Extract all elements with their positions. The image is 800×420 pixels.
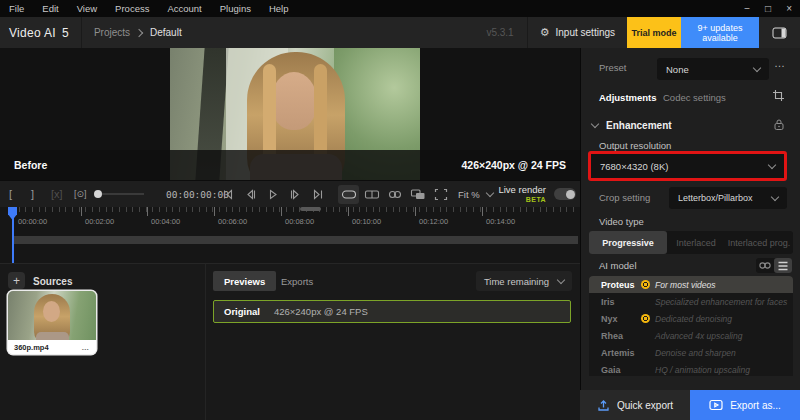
trial-mode-badge[interactable]: Trial mode — [627, 17, 681, 48]
next-frame-button[interactable] — [288, 188, 302, 201]
menu-help[interactable]: Help — [260, 3, 298, 14]
model-description: HQ / animation upscaling — [655, 365, 750, 375]
model-row-artemis[interactable]: Artemis Denoise and sharpen — [589, 344, 793, 361]
minimize-icon[interactable]: − — [744, 0, 750, 17]
preset-dropdown[interactable]: None — [657, 58, 769, 80]
video-type-interlaced-prog[interactable]: Interlaced prog. — [725, 231, 793, 254]
set-in-point-button[interactable]: [ — [9, 188, 12, 200]
menu-plugins[interactable]: Plugins — [211, 3, 260, 14]
playback-toolbar: [ ] [x] [⊙] 00:00:00:00 Fit % Li — [0, 180, 580, 207]
compare-view-button[interactable] — [407, 185, 428, 204]
ai-model-list: Proteus For most videos Iris Specialized… — [589, 276, 793, 376]
plus-icon: + — [13, 274, 20, 288]
video-type-interlaced[interactable]: Interlaced — [667, 231, 725, 254]
section-collapse-chevron-icon[interactable] — [591, 120, 599, 128]
menu-process[interactable]: Process — [106, 3, 158, 14]
model-row-nyx[interactable]: Nyx Dedicated denoising — [589, 310, 793, 327]
list-view-button[interactable] — [774, 258, 792, 273]
window-controls: − □ × — [744, 0, 792, 17]
skip-to-end-button[interactable] — [311, 188, 325, 201]
export-as-button[interactable]: Export as... — [690, 390, 800, 420]
time-remaining-dropdown[interactable]: Time remaining — [476, 271, 572, 291]
set-out-point-button[interactable]: ] — [31, 188, 34, 200]
skip-to-start-button[interactable] — [221, 188, 235, 201]
model-parameter-badge-icon — [641, 280, 650, 289]
app-version-label: v5.3.1 — [486, 27, 513, 38]
timeline-tick-label: 00:12:00 — [419, 217, 448, 226]
crop-setting-value: Letterbox/Pillarbox — [678, 193, 753, 203]
thumb-body — [36, 332, 69, 340]
video-subject-face — [271, 72, 317, 130]
sources-panel: + Sources 360p.mp4 … — [0, 263, 205, 420]
model-parameter-badge-icon — [641, 314, 650, 323]
preview-area[interactable]: Before 426×240px @ 24 FPS — [0, 48, 580, 180]
original-preview-row[interactable]: Original 426×240px @ 24 FPS — [213, 300, 571, 323]
menubar: File Edit View Process Account Plugins H… — [0, 0, 800, 17]
menu-file[interactable]: File — [0, 3, 33, 14]
tab-exports[interactable]: Exports — [270, 271, 324, 291]
clear-trim-button[interactable]: [x] — [51, 188, 63, 200]
tab-previews[interactable]: Previews — [213, 271, 276, 291]
quick-export-label: Quick export — [617, 400, 673, 411]
updates-available-badge[interactable]: 9+ updates available — [681, 17, 759, 48]
tab-codec-settings[interactable]: Codec settings — [663, 92, 726, 103]
thumb-face — [43, 301, 60, 322]
breadcrumb: Projects Default — [94, 27, 182, 38]
model-name: Nyx — [601, 314, 618, 324]
crop-setting-dropdown[interactable]: Letterbox/Pillarbox — [669, 187, 787, 209]
live-render-toggle[interactable] — [554, 188, 576, 200]
zoom-slider-track[interactable] — [102, 193, 144, 195]
zoom-selection-button[interactable]: [⊙] — [74, 189, 87, 199]
maximize-icon[interactable]: □ — [765, 0, 771, 17]
enhancement-section-title[interactable]: Enhancement — [606, 120, 672, 131]
sources-title: Sources — [33, 276, 72, 287]
output-resolution-dropdown[interactable]: 7680×4320 (8K) — [591, 154, 784, 178]
menu-account[interactable]: Account — [158, 3, 210, 14]
add-source-button[interactable]: + — [8, 272, 25, 289]
single-view-button[interactable] — [338, 185, 359, 204]
model-row-proteus[interactable]: Proteus For most videos — [589, 276, 793, 293]
previews-panel: Previews Exports Time remaining Original… — [205, 263, 580, 420]
crop-tool-button[interactable] — [772, 89, 785, 102]
video-type-label: Video type — [599, 216, 644, 227]
tab-adjustments[interactable]: Adjustments — [599, 92, 657, 103]
fullscreen-button[interactable] — [430, 185, 451, 204]
clip-track[interactable] — [12, 236, 578, 244]
time-remaining-label: Time remaining — [484, 276, 549, 287]
collapse-panel-button[interactable] — [759, 27, 800, 39]
fit-zoom-dropdown[interactable]: Fit % — [458, 181, 493, 207]
previous-frame-button[interactable] — [244, 188, 258, 201]
before-label: Before — [14, 159, 47, 171]
close-icon[interactable]: × — [786, 0, 792, 17]
menu-edit[interactable]: Edit — [33, 3, 67, 14]
breadcrumb-projects[interactable]: Projects — [94, 27, 130, 38]
quick-export-button[interactable]: Quick export — [580, 390, 690, 420]
model-row-iris[interactable]: Iris Specialized enhancement for faces — [589, 293, 793, 310]
side-by-side-view-button[interactable] — [384, 185, 405, 204]
header-divider — [81, 17, 82, 48]
clip-menu-icon[interactable]: … — [82, 343, 91, 352]
preset-more-button[interactable]: … — [774, 57, 786, 69]
input-settings-button[interactable]: ⚙ Input settings — [528, 17, 627, 48]
source-clip-card[interactable]: 360p.mp4 … — [8, 291, 96, 354]
zoom-slider-handle[interactable] — [94, 190, 102, 198]
breadcrumb-chevron-icon — [135, 28, 143, 36]
menu-view[interactable]: View — [68, 3, 106, 14]
video-type-progressive[interactable]: Progressive — [589, 231, 667, 254]
model-row-gaia[interactable]: Gaia HQ / animation upscaling — [589, 361, 793, 376]
playhead-handle[interactable] — [8, 207, 17, 220]
timeline[interactable]: 00:00:00 00:02:00 00:04:00 00:06:00 00:0… — [0, 207, 580, 263]
compare-models-view-button[interactable] — [756, 258, 774, 273]
model-row-rhea[interactable]: Rhea Advanced 4x upscaling — [589, 327, 793, 344]
annotation-highlight-box: 7680×4320 (8K) — [588, 151, 787, 181]
split-view-button[interactable] — [361, 185, 382, 204]
app-logo: Video AI5 — [9, 26, 69, 40]
timeline-tick-label: 00:10:00 — [352, 217, 381, 226]
lock-icon[interactable] — [773, 118, 785, 131]
timeline-tick-label: 00:14:00 — [486, 217, 515, 226]
breadcrumb-current: Default — [150, 27, 182, 38]
timeline-tick-label: 00:04:00 — [151, 217, 180, 226]
play-button[interactable] — [267, 188, 279, 201]
export-video-icon — [709, 399, 723, 411]
model-name: Iris — [601, 297, 615, 307]
